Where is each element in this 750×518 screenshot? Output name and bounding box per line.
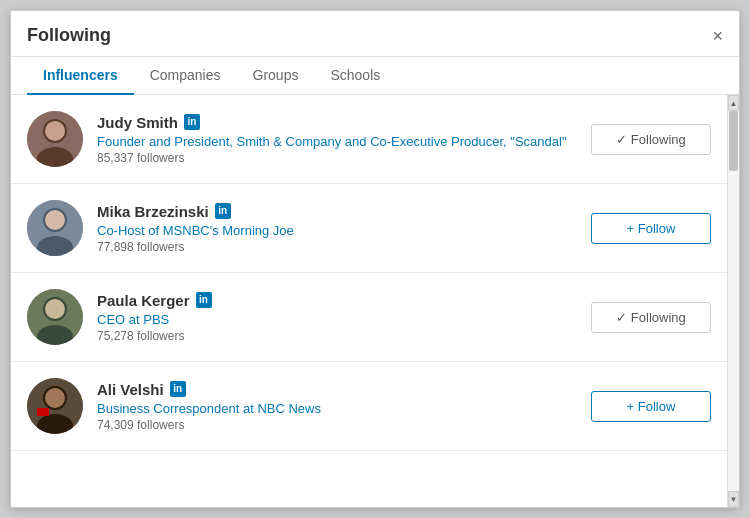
- linkedin-icon: in: [196, 292, 212, 308]
- person-name-row: Paula Kerger in: [97, 292, 579, 309]
- avatar: [27, 111, 83, 167]
- list-item: Paula Kerger in CEO at PBS 75,278 follow…: [11, 273, 727, 362]
- person-info: Paula Kerger in CEO at PBS 75,278 follow…: [97, 292, 579, 343]
- person-name-row: Ali Velshi in: [97, 381, 579, 398]
- person-name: Paula Kerger: [97, 292, 190, 309]
- scroll-up-button[interactable]: ▲: [728, 95, 739, 111]
- following-modal: Following × Influencers Companies Groups…: [10, 10, 740, 508]
- scrollbar-thumb[interactable]: [729, 111, 738, 171]
- follow-button[interactable]: Follow: [591, 391, 711, 422]
- person-name-row: Mika Brzezinski in: [97, 203, 579, 220]
- person-title: Founder and President, Smith & Company a…: [97, 134, 579, 149]
- person-followers: 77,898 followers: [97, 240, 579, 254]
- person-followers: 74,309 followers: [97, 418, 579, 432]
- scrollbar-thumb-area: [728, 111, 739, 491]
- people-list: Judy Smith in Founder and President, Smi…: [11, 95, 727, 507]
- person-name: Judy Smith: [97, 114, 178, 131]
- person-followers: 85,337 followers: [97, 151, 579, 165]
- linkedin-icon: in: [184, 114, 200, 130]
- person-name-row: Judy Smith in: [97, 114, 579, 131]
- linkedin-icon: in: [170, 381, 186, 397]
- action-button[interactable]: Following: [591, 302, 711, 333]
- svg-point-11: [45, 299, 65, 319]
- action-button[interactable]: Follow: [591, 213, 711, 244]
- action-button[interactable]: Follow: [591, 391, 711, 422]
- person-title: Business Correspondent at NBC News: [97, 401, 579, 416]
- person-name: Mika Brzezinski: [97, 203, 209, 220]
- tab-influencers[interactable]: Influencers: [27, 57, 134, 95]
- person-name: Ali Velshi: [97, 381, 164, 398]
- modal-header: Following ×: [11, 11, 739, 57]
- list-item: Mika Brzezinski in Co-Host of MSNBC's Mo…: [11, 184, 727, 273]
- scrollbar[interactable]: ▲ ▼: [727, 95, 739, 507]
- svg-point-7: [45, 210, 65, 230]
- svg-point-3: [45, 121, 65, 141]
- scroll-down-button[interactable]: ▼: [728, 491, 739, 507]
- following-button[interactable]: Following: [591, 302, 711, 333]
- modal-title: Following: [27, 25, 111, 46]
- action-button[interactable]: Following: [591, 124, 711, 155]
- tab-companies[interactable]: Companies: [134, 57, 237, 95]
- person-followers: 75,278 followers: [97, 329, 579, 343]
- avatar: [27, 378, 83, 434]
- svg-rect-16: [37, 408, 49, 416]
- tab-bar: Influencers Companies Groups Schools: [11, 57, 739, 95]
- avatar: [27, 289, 83, 345]
- content-area: Judy Smith in Founder and President, Smi…: [11, 95, 739, 507]
- tab-schools[interactable]: Schools: [314, 57, 396, 95]
- linkedin-icon: in: [215, 203, 231, 219]
- svg-point-15: [45, 388, 65, 408]
- list-item: Ali Velshi in Business Correspondent at …: [11, 362, 727, 451]
- person-info: Judy Smith in Founder and President, Smi…: [97, 114, 579, 165]
- person-info: Ali Velshi in Business Correspondent at …: [97, 381, 579, 432]
- list-item: Judy Smith in Founder and President, Smi…: [11, 95, 727, 184]
- person-info: Mika Brzezinski in Co-Host of MSNBC's Mo…: [97, 203, 579, 254]
- close-button[interactable]: ×: [712, 27, 723, 45]
- follow-button[interactable]: Follow: [591, 213, 711, 244]
- person-title: CEO at PBS: [97, 312, 579, 327]
- following-button[interactable]: Following: [591, 124, 711, 155]
- avatar: [27, 200, 83, 256]
- person-title: Co-Host of MSNBC's Morning Joe: [97, 223, 579, 238]
- tab-groups[interactable]: Groups: [237, 57, 315, 95]
